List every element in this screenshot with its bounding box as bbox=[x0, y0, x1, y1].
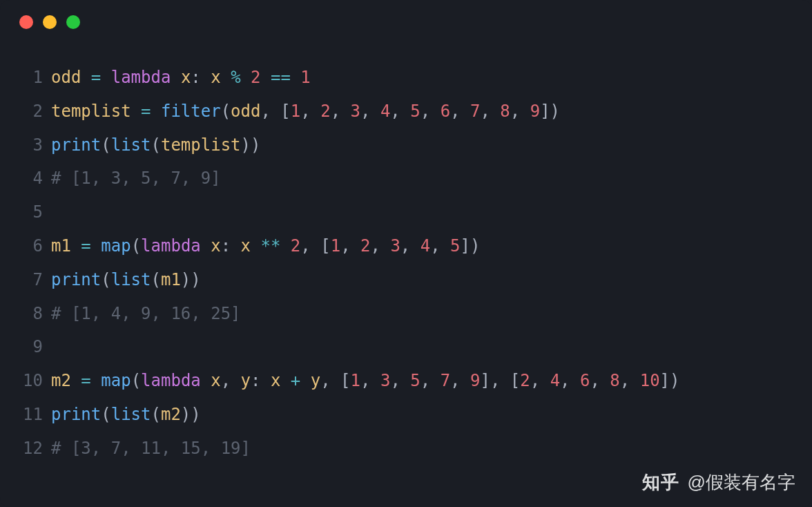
code-token: , bbox=[331, 102, 351, 121]
code-content[interactable]: print(list(templist)) bbox=[51, 128, 260, 162]
code-token: ]) bbox=[660, 371, 680, 390]
code-content[interactable]: # [1, 4, 9, 16, 25] bbox=[51, 297, 241, 331]
code-token: lambda bbox=[141, 371, 201, 390]
code-token: , bbox=[590, 371, 610, 390]
code-token: 1 bbox=[291, 102, 300, 121]
code-token: = bbox=[81, 236, 90, 256]
line-number: 8 bbox=[21, 297, 51, 331]
code-token bbox=[221, 68, 231, 87]
code-line[interactable]: 9 bbox=[21, 330, 791, 364]
code-token: x bbox=[211, 68, 220, 87]
line-number: 9 bbox=[21, 330, 51, 364]
code-line[interactable]: 3print(list(templist)) bbox=[21, 128, 791, 162]
code-token: )) bbox=[181, 270, 201, 289]
code-token: 4 bbox=[380, 102, 390, 121]
code-content[interactable]: odd = lambda x: x % 2 == 1 bbox=[51, 61, 311, 95]
code-token bbox=[101, 68, 110, 87]
code-content[interactable]: print(list(m2)) bbox=[51, 398, 201, 432]
code-line[interactable]: 6m1 = map(lambda x: x ** 2, [1, 2, 3, 4,… bbox=[21, 229, 791, 263]
code-token: map bbox=[101, 371, 130, 390]
code-token: = bbox=[91, 68, 101, 87]
line-number: 10 bbox=[21, 364, 51, 398]
line-number: 11 bbox=[21, 398, 51, 432]
code-line[interactable]: 11print(list(m2)) bbox=[21, 398, 791, 432]
code-token: )) bbox=[241, 135, 261, 155]
code-token bbox=[280, 236, 290, 256]
code-token: , bbox=[450, 102, 470, 121]
close-icon[interactable] bbox=[19, 15, 33, 29]
maximize-icon[interactable] bbox=[66, 15, 80, 29]
code-line[interactable]: 12# [3, 7, 11, 15, 19] bbox=[21, 432, 791, 466]
code-token bbox=[251, 236, 260, 256]
code-editor[interactable]: 1odd = lambda x: x % 2 == 12templist = f… bbox=[0, 61, 812, 466]
watermark: 知乎 @假装有名字 bbox=[642, 470, 795, 495]
code-token: x bbox=[271, 371, 280, 390]
code-token: + bbox=[291, 371, 300, 390]
code-token: , bbox=[530, 371, 550, 390]
code-token: x bbox=[241, 236, 251, 256]
line-number: 2 bbox=[21, 95, 51, 128]
code-token: list bbox=[111, 270, 151, 289]
code-content[interactable] bbox=[51, 330, 61, 364]
code-token: , bbox=[400, 236, 420, 256]
code-token: 6 bbox=[441, 102, 450, 121]
code-token: , [ bbox=[320, 371, 350, 390]
code-token: 3 bbox=[351, 102, 360, 121]
code-token: , bbox=[360, 371, 380, 390]
code-line[interactable]: 7print(list(m1)) bbox=[21, 263, 791, 297]
code-content[interactable]: m1 = map(lambda x: x ** 2, [1, 2, 3, 4, … bbox=[51, 229, 480, 263]
code-content[interactable]: templist = filter(odd, [1, 2, 3, 4, 5, 6… bbox=[51, 95, 560, 128]
code-content[interactable]: # [1, 3, 5, 7, 9] bbox=[51, 162, 221, 195]
code-token: 7 bbox=[470, 102, 480, 121]
code-line[interactable]: 4# [1, 3, 5, 7, 9] bbox=[21, 162, 791, 195]
code-token: filter bbox=[161, 102, 221, 121]
code-token: : bbox=[221, 236, 241, 256]
code-line[interactable]: 10m2 = map(lambda x, y: x + y, [1, 3, 5,… bbox=[21, 364, 791, 398]
minimize-icon[interactable] bbox=[43, 15, 57, 29]
code-window: 1odd = lambda x: x % 2 == 12templist = f… bbox=[0, 0, 812, 507]
code-token: )) bbox=[181, 405, 201, 424]
code-token: 1 bbox=[331, 236, 340, 256]
code-token: 5 bbox=[410, 371, 420, 390]
code-token: templist bbox=[161, 135, 241, 155]
code-token: , bbox=[430, 236, 450, 256]
code-content[interactable]: print(list(m1)) bbox=[51, 263, 201, 297]
code-token: , bbox=[390, 102, 410, 121]
code-content[interactable]: # [3, 7, 11, 15, 19] bbox=[51, 432, 251, 466]
code-token: , bbox=[390, 371, 410, 390]
code-token: list bbox=[111, 405, 151, 424]
code-line[interactable]: 1odd = lambda x: x % 2 == 1 bbox=[21, 61, 791, 95]
code-token bbox=[201, 236, 211, 256]
code-token: 2 bbox=[251, 68, 260, 87]
code-token bbox=[280, 371, 290, 390]
code-token: templist bbox=[51, 102, 131, 121]
code-token bbox=[171, 68, 180, 87]
code-token: ( bbox=[131, 236, 141, 256]
code-token: ** bbox=[261, 236, 281, 256]
code-content[interactable]: m2 = map(lambda x, y: x + y, [1, 3, 5, 7… bbox=[51, 364, 680, 398]
code-line[interactable]: 2templist = filter(odd, [1, 2, 3, 4, 5, … bbox=[21, 95, 791, 128]
code-token: odd bbox=[51, 68, 81, 87]
code-token: 4 bbox=[550, 371, 560, 390]
watermark-author: @假装有名字 bbox=[688, 470, 795, 495]
code-token: , bbox=[340, 236, 360, 256]
code-token: odd bbox=[231, 102, 260, 121]
code-token: ( bbox=[101, 270, 110, 289]
code-token: ]) bbox=[540, 102, 560, 121]
code-token: x bbox=[211, 236, 220, 256]
code-content[interactable] bbox=[51, 195, 61, 229]
code-token: m2 bbox=[51, 371, 71, 390]
traffic-lights bbox=[0, 15, 812, 29]
code-token: print bbox=[51, 405, 101, 424]
code-token: 1 bbox=[351, 371, 360, 390]
code-token bbox=[291, 68, 300, 87]
line-number: 7 bbox=[21, 263, 51, 297]
code-token bbox=[81, 68, 90, 87]
line-number: 6 bbox=[21, 229, 51, 263]
code-line[interactable]: 5 bbox=[21, 195, 791, 229]
code-token: 7 bbox=[441, 371, 450, 390]
code-token: 9 bbox=[470, 371, 480, 390]
code-line[interactable]: 8# [1, 4, 9, 16, 25] bbox=[21, 297, 791, 331]
code-token: lambda bbox=[141, 236, 201, 256]
code-token: 8 bbox=[610, 371, 619, 390]
